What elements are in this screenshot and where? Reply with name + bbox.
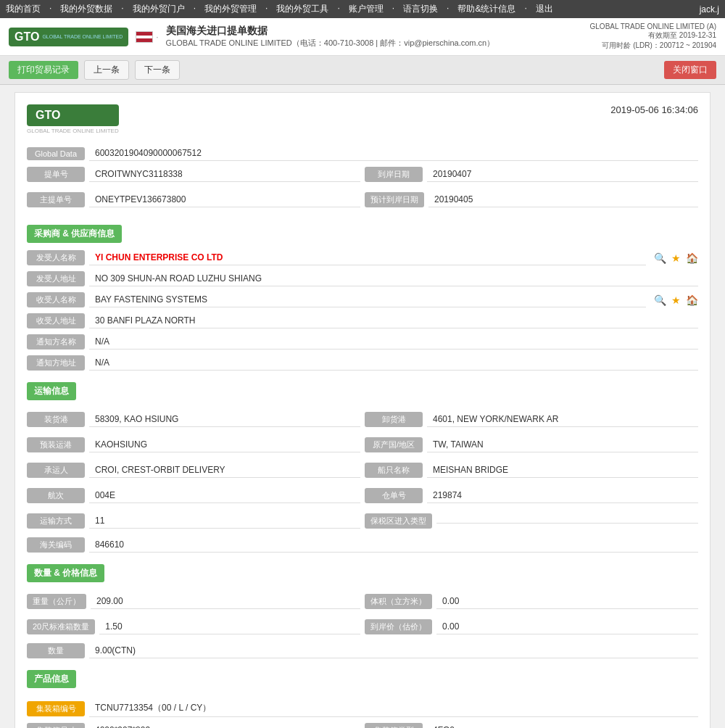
logo-sub: GLOBAL TRADE ONLINE LIMITED xyxy=(42,34,123,39)
nav-help[interactable]: 帮助&统计信息 xyxy=(457,3,515,15)
origin-label: 原产国/地区 xyxy=(365,437,423,452)
header-left: GTO GLOBAL TRADE ONLINE LIMITED · 美国海关进口… xyxy=(9,25,494,49)
bonded-label: 保税区进入类型 xyxy=(365,513,432,529)
consignee-name-label: 发受人名称 xyxy=(27,250,85,265)
shipper-home-icon[interactable]: 🏠 xyxy=(685,294,698,307)
shipper-address-row: 收受人地址 30 BANFI PLAZA NORTH xyxy=(27,313,698,328)
nav-logout[interactable]: 退出 xyxy=(536,3,553,15)
shipper-icons[interactable]: 🔍 ★ 🏠 xyxy=(653,294,698,307)
time-remaining: 可用时龄 (LDR)：200712 ~ 201904 xyxy=(590,41,716,51)
nav-account[interactable]: 账户管理 xyxy=(349,3,384,15)
nav-home[interactable]: 我的首页 xyxy=(6,3,41,15)
container-size-value: 4000*907*802 xyxy=(89,723,360,728)
next-button[interactable]: 下一条 xyxy=(135,60,180,80)
us-flag xyxy=(136,31,153,43)
quantity-section-label: 数量 & 价格信息 xyxy=(27,564,104,582)
arrival-date-row: 到岸日期 20190407 xyxy=(365,167,698,182)
bill-no-row: 提单号 CROITWNYC3118338 xyxy=(27,167,360,182)
flag-selector[interactable]: · xyxy=(136,31,158,43)
document-card: GTO GLOBAL TRADE ONLINE LIMITED 2019-05-… xyxy=(14,92,710,728)
discharge-port-row: 卸货港 4601, NEW YORK/NEWARK AR xyxy=(365,412,698,427)
teu-value: 1.50 xyxy=(99,619,360,634)
account-info: GLOBAL TRADE ONLINE LIMITED (A) 有效期至 201… xyxy=(590,22,716,51)
bonded-row: 保税区进入类型 xyxy=(365,513,698,529)
nav-sep4: · xyxy=(265,3,268,15)
toolbar-top: 打印贸易记录 上一条 下一条 关闭窗口 xyxy=(0,56,725,85)
buyer-section-header: 采购商 & 供应商信息 xyxy=(27,225,698,250)
container-type-row: 集装箱类型 4FG0 xyxy=(365,723,698,728)
logo-text: GTO xyxy=(14,30,39,44)
contact-info: GLOBAL TRADE ONLINE LIMITED（电话：400-710-3… xyxy=(166,38,495,49)
container-type-label: 集装箱类型 xyxy=(365,723,423,728)
quantity-section: 数量 & 价格信息 重量（公斤） 209.00 体积（立方米） 0.00 20尺… xyxy=(27,564,698,658)
header: GTO GLOBAL TRADE ONLINE LIMITED · 美国海关进口… xyxy=(0,18,725,56)
origin-row: 原产国/地区 TW, TAIWAN xyxy=(365,437,698,452)
carrier-row: 承运人 CROI, CREST-ORBIT DELIVERY xyxy=(27,463,360,478)
notify-name-row: 通知方名称 N/A xyxy=(27,334,698,349)
print-button[interactable]: 打印贸易记录 xyxy=(9,61,78,79)
notify-address-value: N/A xyxy=(89,355,698,371)
transport-label: 运输方式 xyxy=(27,513,85,529)
consignee-address-row: 发受人地址 NO 309 SHUN-AN ROAD LUZHU SHIANG xyxy=(27,271,698,286)
volume-value: 0.00 xyxy=(436,594,698,609)
weight-label: 重量（公斤） xyxy=(27,594,86,609)
shipper-address-value: 30 BANFI PLAZA NORTH xyxy=(89,313,698,328)
consignee-star-icon[interactable]: ★ xyxy=(669,252,682,265)
shipper-address-label: 收受人地址 xyxy=(27,313,85,328)
voyage-label: 航次 xyxy=(27,488,85,503)
nav-sep2: · xyxy=(121,3,123,15)
vessel-row: 船只名称 MEISHAN BRIDGE xyxy=(365,463,698,478)
weight-value: 209.00 xyxy=(91,594,360,609)
prev-button[interactable]: 上一条 xyxy=(84,60,129,80)
basic-info-section: Global Data 6003201904090000067512 提单号 C… xyxy=(27,146,698,213)
bonded-value xyxy=(436,518,698,524)
consignee-home-icon[interactable]: 🏠 xyxy=(685,252,698,265)
valid-until: 有效期至 2019-12-31 xyxy=(590,30,716,41)
container-no-row: 集装箱编号 TCNU7713354（00 / L / CY） xyxy=(27,700,698,717)
weight-row: 重量（公斤） 209.00 xyxy=(27,594,360,609)
shipper-star-icon[interactable]: ★ xyxy=(669,294,682,307)
bill-no-label: 提单号 xyxy=(27,167,85,182)
quantity-value: 9.00(CTN) xyxy=(89,643,698,658)
quantity-row: 数量 9.00(CTN) xyxy=(27,643,698,658)
nav-manage[interactable]: 我的外贸管理 xyxy=(204,3,257,15)
customs-code-value: 846610 xyxy=(89,537,698,553)
shipping-section: 运输信息 装货港 58309, KAO HSIUNG 卸货港 4601, NEW… xyxy=(27,382,698,553)
close-button[interactable]: 关闭窗口 xyxy=(664,61,716,79)
shipper-search-icon[interactable]: 🔍 xyxy=(653,294,666,307)
loading-port-row: 装货港 58309, KAO HSIUNG xyxy=(27,412,360,427)
nav-tools[interactable]: 我的外贸工具 xyxy=(276,3,328,15)
doc-header: GTO GLOBAL TRADE ONLINE LIMITED 2019-05-… xyxy=(27,104,698,134)
customs-code-row: 海关编码 846610 xyxy=(27,537,698,553)
product-section-label: 产品信息 xyxy=(27,670,76,688)
doc-logo-sub: GLOBAL TRADE ONLINE LIMITED xyxy=(27,128,119,134)
consignee-search-icon[interactable]: 🔍 xyxy=(653,252,666,265)
consignee-icons[interactable]: 🔍 ★ 🏠 xyxy=(653,252,698,265)
transport-row: 运输方式 11 xyxy=(27,513,360,529)
estimated-arrival-row: 预计到岸日期 20190405 xyxy=(365,192,698,207)
nav-language[interactable]: 语言切换 xyxy=(403,3,438,15)
arrival-date-label: 到岸日期 xyxy=(365,167,423,182)
shipper-name-value: BAY FASTENING SYSTEMS xyxy=(89,292,646,307)
teu-row: 20尺标准箱数量 1.50 xyxy=(27,619,360,634)
global-data-row: Global Data 6003201904090000067512 xyxy=(27,146,698,161)
arrival-price-value: 0.00 xyxy=(436,619,698,634)
nav-links[interactable]: 我的首页 · 我的外贸数据 · 我的外贸门户 · 我的外贸管理 · 我的外贸工具… xyxy=(6,3,553,15)
global-data-label: Global Data xyxy=(27,147,85,160)
vessel-value: MEISHAN BRIDGE xyxy=(427,463,698,478)
main-content: GTO GLOBAL TRADE ONLINE LIMITED 2019-05-… xyxy=(7,85,718,728)
master-bill-label: 主提单号 xyxy=(27,192,85,207)
container-no-value: TCNU7713354（00 / L / CY） xyxy=(89,700,698,717)
nav-portal[interactable]: 我的外贸门户 xyxy=(133,3,185,15)
doc-logo: GTO xyxy=(27,104,119,126)
shipping-section-label: 运输信息 xyxy=(27,382,76,400)
shipper-name-row: 收受人名称 BAY FASTENING SYSTEMS 🔍 ★ 🏠 xyxy=(27,292,698,307)
carrier-label: 承运人 xyxy=(27,463,85,478)
nav-data[interactable]: 我的外贸数据 xyxy=(60,3,112,15)
bill-no-value: CROITWNYC3118338 xyxy=(89,167,360,182)
doc-logo-area: GTO GLOBAL TRADE ONLINE LIMITED xyxy=(27,104,119,134)
product-section: 产品信息 集装箱编号 TCNU7713354（00 / L / CY） 集装箱尺… xyxy=(27,670,698,728)
warehouse-value: 219874 xyxy=(427,488,698,503)
discharge-port-label: 卸货港 xyxy=(365,412,423,427)
shipper-name-label: 收受人名称 xyxy=(27,292,85,307)
